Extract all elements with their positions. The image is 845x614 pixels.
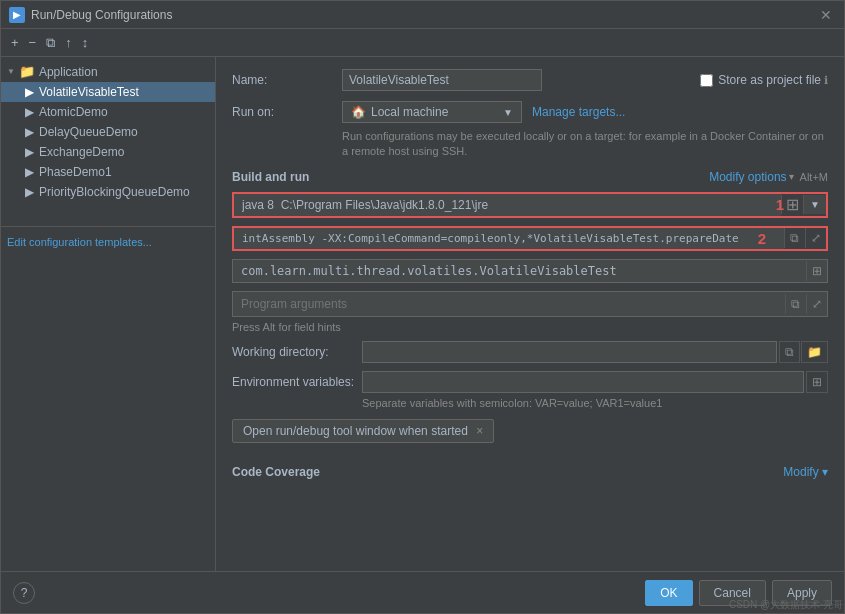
modify-link[interactable]: Modify ▾	[783, 465, 828, 479]
edit-templates-link[interactable]: Edit configuration templates...	[7, 236, 152, 248]
dialog-icon: ▶	[9, 7, 25, 23]
main-class-input[interactable]	[233, 260, 806, 282]
name-label: Name:	[232, 73, 342, 87]
working-directory-label: Working directory:	[232, 345, 362, 359]
sidebar-item-exchange-demo[interactable]: ▶ ExchangeDemo	[1, 142, 215, 162]
title-bar: ▶ Run/Debug Configurations ✕	[1, 1, 844, 29]
bottom-bar: ? OK Cancel Apply	[1, 571, 844, 613]
remove-config-button[interactable]: −	[25, 33, 41, 52]
run-on-description: Run configurations may be executed local…	[232, 129, 828, 160]
vm-badge-number: 2	[758, 230, 766, 247]
run-debug-dialog: ▶ Run/Debug Configurations ✕ + − ⧉ ↑ ↕ ▼…	[0, 0, 845, 614]
cancel-button[interactable]: Cancel	[699, 580, 766, 606]
prog-args-expand-icon[interactable]: ⤢	[806, 294, 827, 314]
program-args-input[interactable]	[233, 293, 785, 315]
modify-options-area: Modify options ▾ Alt+M	[709, 170, 828, 184]
vm-expand-icon[interactable]: ⤢	[805, 228, 826, 248]
main-class-row: ⊞	[232, 259, 828, 283]
run-config-icon: ▶	[25, 85, 34, 99]
open-debug-button[interactable]: Open run/debug tool window when started …	[232, 419, 494, 443]
workdir-icons: ⧉ 📁	[779, 341, 828, 363]
prog-args-icons: ⧉ ⤢	[785, 294, 827, 314]
run-on-dropdown[interactable]: 🏠 Local machine ▼	[342, 101, 522, 123]
sidebar-item-delay-queue-demo[interactable]: ▶ DelayQueueDemo	[1, 122, 215, 142]
application-group-header[interactable]: ▼ 📁 Application	[1, 61, 215, 82]
open-debug-btn-area: Open run/debug tool window when started …	[232, 419, 828, 455]
store-as-project-label: Store as project file	[718, 73, 821, 87]
alt-hint-text: Alt+M	[800, 171, 828, 183]
sidebar-item-label: PhaseDemo1	[39, 165, 112, 179]
environment-variables-input[interactable]	[362, 371, 804, 393]
run-config-icon: ▶	[25, 105, 34, 119]
run-config-icon: ▶	[25, 185, 34, 199]
add-config-button[interactable]: +	[7, 33, 23, 52]
main-class-browse-icon[interactable]: ⊞	[806, 261, 827, 281]
apply-button[interactable]: Apply	[772, 580, 832, 606]
sep-hint-text: Separate variables with semicolon: VAR=v…	[232, 397, 828, 409]
sdk-input[interactable]	[234, 194, 781, 216]
dropdown-small-arrow: ▾	[789, 171, 794, 182]
folder-icon: 📁	[19, 64, 35, 79]
sdk-browse-icon[interactable]: ⊞	[781, 195, 803, 214]
sidebar-item-label: AtomicDemo	[39, 105, 108, 119]
copy-config-button[interactable]: ⧉	[42, 33, 59, 53]
name-row: Name: Store as project file ℹ	[232, 69, 828, 91]
expand-triangle-icon: ▼	[7, 67, 15, 76]
move-up-button[interactable]: ↑	[61, 33, 76, 52]
workdir-copy-icon[interactable]: ⧉	[779, 341, 800, 363]
vm-copy-icon[interactable]: ⧉	[784, 228, 804, 248]
prog-args-copy-icon[interactable]: ⧉	[785, 294, 805, 314]
hint-text: Press Alt for field hints	[232, 321, 828, 333]
application-section: ▼ 📁 Application ▶ VolatileVisableTest ▶ …	[1, 57, 215, 206]
run-on-label: Run on:	[232, 105, 342, 119]
run-config-icon: ▶	[25, 145, 34, 159]
run-on-value: Local machine	[371, 105, 448, 119]
store-as-project-area: Store as project file ℹ	[700, 73, 828, 87]
sort-button[interactable]: ↕	[78, 33, 93, 52]
main-content: ▼ 📁 Application ▶ VolatileVisableTest ▶ …	[1, 57, 844, 571]
sidebar-item-label: ExchangeDemo	[39, 145, 124, 159]
name-input[interactable]	[342, 69, 542, 91]
dialog-title: Run/Debug Configurations	[31, 8, 816, 22]
modify-options-link[interactable]: Modify options	[709, 170, 786, 184]
sdk-dropdown-button[interactable]: ▼	[803, 195, 826, 214]
workdir-folder-icon[interactable]: 📁	[801, 341, 828, 363]
build-run-section-header: Build and run Modify options ▾ Alt+M	[232, 170, 828, 184]
code-coverage-title: Code Coverage	[232, 465, 320, 479]
store-info-icon: ℹ	[824, 74, 828, 87]
application-group-label: Application	[39, 65, 98, 79]
store-as-project-checkbox[interactable]	[700, 74, 713, 87]
sidebar-item-phase-demo1[interactable]: ▶ PhaseDemo1	[1, 162, 215, 182]
sidebar-item-label: PriorityBlockingQueueDemo	[39, 185, 190, 199]
sidebar: ▼ 📁 Application ▶ VolatileVisableTest ▶ …	[1, 57, 216, 571]
working-directory-input[interactable]	[362, 341, 777, 363]
environment-variables-row: Environment variables: ⊞	[232, 371, 828, 393]
vm-row-icons: ⧉ ⤢	[784, 228, 826, 248]
environment-variables-label: Environment variables:	[232, 375, 362, 389]
close-tag-icon[interactable]: ×	[476, 424, 483, 438]
build-run-title: Build and run	[232, 170, 309, 184]
close-icon[interactable]: ✕	[816, 7, 836, 23]
help-button[interactable]: ?	[13, 582, 35, 604]
run-on-row: Run on: 🏠 Local machine ▼ Manage targets…	[232, 101, 828, 123]
vm-options-input[interactable]	[234, 228, 784, 249]
program-args-row: ⧉ ⤢	[232, 291, 828, 317]
sidebar-item-volatile-visible-test[interactable]: ▶ VolatileVisableTest	[1, 82, 215, 102]
dropdown-arrow-icon: ▼	[503, 107, 513, 118]
home-icon: 🏠	[351, 105, 366, 119]
sdk-badge-number: 1	[776, 196, 784, 213]
sidebar-item-label: VolatileVisableTest	[39, 85, 139, 99]
configurations-toolbar: + − ⧉ ↑ ↕	[1, 29, 844, 57]
envvar-browse-icon[interactable]: ⊞	[806, 371, 828, 393]
open-debug-btn-label: Open run/debug tool window when started	[243, 424, 468, 438]
sidebar-item-priority-queue-demo[interactable]: ▶ PriorityBlockingQueueDemo	[1, 182, 215, 202]
code-coverage-section: Code Coverage Modify ▾	[232, 465, 828, 479]
run-config-icon: ▶	[25, 165, 34, 179]
sidebar-item-atomic-demo[interactable]: ▶ AtomicDemo	[1, 102, 215, 122]
manage-targets-link[interactable]: Manage targets...	[532, 105, 625, 119]
working-directory-row: Working directory: ⧉ 📁	[232, 341, 828, 363]
right-panel: Name: Store as project file ℹ Run on: 🏠 …	[216, 57, 844, 571]
run-config-icon: ▶	[25, 125, 34, 139]
sdk-row: ⊞ ▼ 1	[232, 192, 828, 218]
ok-button[interactable]: OK	[645, 580, 692, 606]
